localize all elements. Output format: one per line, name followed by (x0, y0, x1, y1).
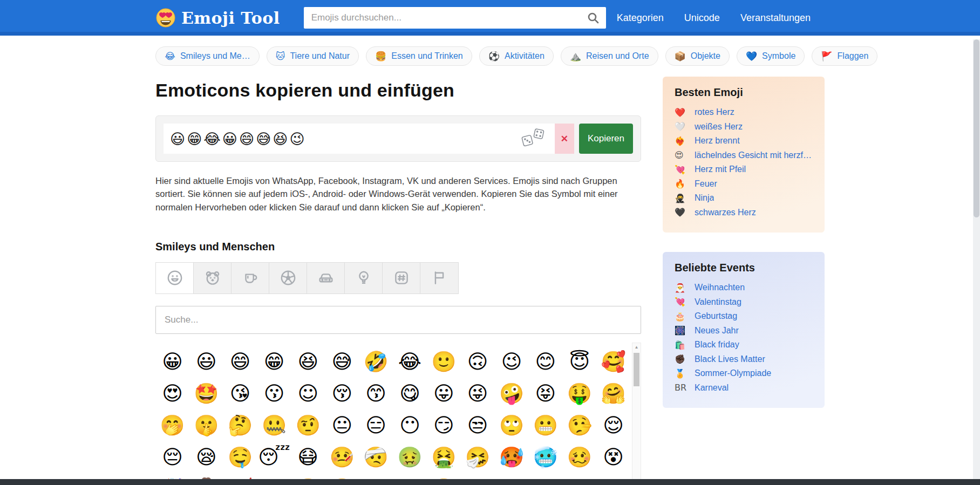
emoji-cell[interactable]: 🤧 (461, 441, 495, 473)
emoji-cell[interactable]: 😋 (393, 378, 427, 409)
page-scrollbar-thumb[interactable] (974, 39, 979, 217)
dice-icon[interactable] (518, 127, 548, 151)
category-pill[interactable]: 🚩 Flaggen (812, 46, 877, 66)
nav-link[interactable]: Veranstaltungen (740, 12, 811, 24)
emoji-cell[interactable]: 😍 (155, 378, 189, 409)
emoji-cell[interactable]: 😑 (359, 409, 393, 441)
tab-objects[interactable] (345, 263, 383, 293)
emoji-cell[interactable]: 😂 (393, 346, 427, 378)
popular-event-item-link[interactable]: Valentinstag (695, 297, 741, 307)
emoji-cell[interactable]: 😚 (325, 378, 359, 409)
best-emoji-item-link[interactable]: Feuer (695, 179, 717, 189)
emoji-cell[interactable]: 🤢 (393, 441, 427, 473)
tab-symbols[interactable] (383, 263, 420, 293)
category-pill[interactable]: 🍔 Essen und Trinken (366, 46, 472, 66)
clear-button[interactable]: ✕ (555, 124, 574, 154)
emoji-cell[interactable]: 🤩 (189, 378, 223, 409)
emoji-cell[interactable]: 🙃 (461, 346, 495, 378)
emoji-cell[interactable]: 🥶 (528, 441, 562, 473)
emoji-cell[interactable]: 🥵 (495, 441, 529, 473)
emoji-cell[interactable]: 😌 (596, 409, 630, 441)
category-pill[interactable]: 📦 Objekte (665, 46, 730, 66)
tab-activities[interactable] (269, 263, 307, 293)
emoji-cell[interactable]: 🥰 (596, 346, 630, 378)
emoji-cell[interactable]: 🤮 (427, 441, 461, 473)
header-search-input[interactable] (304, 7, 606, 29)
emoji-cell[interactable]: 😗 (257, 378, 291, 409)
best-emoji-item-link[interactable]: lächelndes Gesicht mit herzfö… (695, 151, 813, 160)
popular-event-item-link[interactable]: Sommer-Olympiade (695, 368, 771, 378)
best-emoji-item-link[interactable]: rotes Herz (695, 107, 734, 117)
category-pill[interactable]: ⛰️ Reisen und Orte (561, 46, 658, 66)
emoji-cell[interactable]: 😒 (461, 409, 495, 441)
emoji-cell[interactable]: 🤑 (562, 378, 596, 409)
emoji-cell[interactable]: 😙 (359, 378, 393, 409)
scroll-up-arrow[interactable]: ▲ (632, 343, 641, 352)
best-emoji-item-link[interactable]: weißes Herz (695, 122, 743, 132)
popular-event-item-link[interactable]: Geburtstag (695, 311, 737, 321)
emoji-cell[interactable]: 😃 (189, 346, 223, 378)
emoji-cell[interactable]: 😘 (223, 378, 257, 409)
emoji-cell[interactable]: 🤥 (562, 409, 596, 441)
emoji-cell[interactable]: 🤐 (257, 409, 291, 441)
emoji-cell[interactable]: 😇 (562, 346, 596, 378)
popular-event-item-link[interactable]: Black Lives Matter (695, 354, 765, 364)
emoji-cell[interactable]: 😅 (325, 346, 359, 378)
category-pill[interactable]: 🐱 Tiere und Natur (267, 46, 359, 66)
best-emoji-item-link[interactable]: Herz brennt (695, 136, 740, 146)
popular-event-item-link[interactable]: Karneval (695, 383, 729, 393)
emoji-cell[interactable]: 😊 (528, 346, 562, 378)
emoji-cell[interactable]: 😉 (495, 346, 529, 378)
tab-travel-places[interactable] (307, 263, 345, 293)
emoji-cell[interactable]: 😪 (189, 441, 223, 473)
copy-button[interactable]: Kopieren (579, 124, 633, 154)
emoji-cell[interactable]: 🤪 (495, 378, 529, 409)
category-pill[interactable]: ⚽ Aktivitäten (479, 46, 554, 66)
emoji-cell[interactable]: 😛 (427, 378, 461, 409)
popular-event-item-link[interactable]: Neues Jahr (695, 326, 739, 336)
tab-smileys[interactable] (156, 263, 194, 293)
popular-event-item-link[interactable]: Weihnachten (695, 283, 745, 292)
emoji-cell[interactable]: 🥴 (562, 441, 596, 473)
category-pill[interactable]: 😂 Smileys und Me… (155, 46, 260, 66)
emoji-cell[interactable]: ☺ (291, 378, 325, 409)
search-icon[interactable] (583, 9, 603, 26)
emoji-cell[interactable]: 🤒 (325, 441, 359, 473)
emoji-cell[interactable]: 🙂 (427, 346, 461, 378)
emoji-cell[interactable]: 😬 (528, 409, 562, 441)
emoji-cell[interactable]: 🤫 (189, 409, 223, 441)
emoji-cell[interactable]: 😄 (223, 346, 257, 378)
grid-scrollbar[interactable]: ▲ (632, 343, 641, 484)
emoji-cell[interactable]: 🤕 (359, 441, 393, 473)
emoji-cell[interactable]: 😴 (257, 441, 291, 473)
best-emoji-item-link[interactable]: Ninja (695, 193, 714, 203)
emoji-cell[interactable]: 😶 (393, 409, 427, 441)
logo[interactable]: Emoji Tool (155, 8, 280, 28)
emoji-cell[interactable]: 😁 (257, 346, 291, 378)
category-pill[interactable]: 💙 Symbole (737, 46, 805, 66)
emoji-cell[interactable]: 🤔 (223, 409, 257, 441)
emoji-cell[interactable]: 🤭 (155, 409, 189, 441)
emoji-cell[interactable]: 😷 (291, 441, 325, 473)
emoji-cell[interactable]: 😀 (155, 346, 189, 378)
best-emoji-item-link[interactable]: schwarzes Herz (695, 208, 756, 217)
grid-scrollbar-thumb[interactable] (634, 353, 639, 386)
nav-link[interactable]: Unicode (684, 12, 720, 24)
tab-animals-nature[interactable] (194, 263, 232, 293)
tab-food-drink[interactable] (232, 263, 269, 293)
emoji-cell[interactable]: 😐 (325, 409, 359, 441)
emoji-cell[interactable]: 😔 (155, 441, 189, 473)
emoji-filter-input[interactable] (155, 306, 641, 334)
nav-link[interactable]: Kategorien (617, 12, 664, 24)
emoji-cell[interactable]: 🤣 (359, 346, 393, 378)
best-emoji-item-link[interactable]: Herz mit Pfeil (695, 165, 746, 174)
emoji-cell[interactable]: 😆 (291, 346, 325, 378)
tab-flags[interactable] (420, 263, 458, 293)
emoji-cell[interactable]: 😝 (528, 378, 562, 409)
emoji-cell[interactable]: 🙄 (495, 409, 529, 441)
emoji-cell[interactable]: 🤤 (223, 441, 257, 473)
page-scrollbar[interactable] (973, 39, 980, 485)
emoji-cell[interactable]: 😏 (427, 409, 461, 441)
popular-event-item-link[interactable]: Black friday (695, 340, 739, 350)
emoji-cell[interactable]: 🤗 (596, 378, 630, 409)
